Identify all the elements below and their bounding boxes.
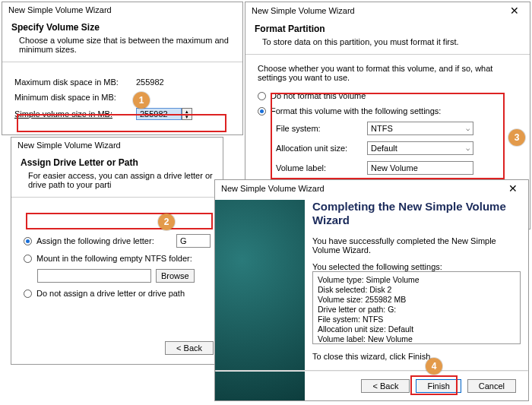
- page-description: For easier access, you can assign a driv…: [28, 171, 214, 189]
- no-assign-radio[interactable]: [24, 290, 32, 298]
- format-radio[interactable]: [258, 107, 266, 115]
- max-disk-label: Maximum disk space in MB:: [14, 78, 136, 87]
- completion-line3: To close this wizard, click Finish.: [312, 352, 521, 361]
- choose-text: Choose whether you want to format this v…: [258, 64, 518, 82]
- page-heading: Assign Drive Letter or Path: [21, 157, 214, 168]
- back-button[interactable]: < Back: [361, 379, 410, 393]
- max-disk-value: 255982: [136, 78, 164, 87]
- completion-line1: You have successfully completed the New …: [312, 236, 521, 255]
- volume-label-label: Volume label:: [276, 163, 367, 172]
- page-description: Choose a volume size that is between the…: [19, 36, 233, 54]
- filesystem-dropdown[interactable]: NTFS⌵: [367, 122, 473, 135]
- no-assign-label: Do not assign a drive letter or drive pa…: [36, 289, 185, 298]
- chevron-down-icon: ⌵: [466, 144, 470, 152]
- window-title: New Simple Volume Wizard: [252, 6, 355, 15]
- volume-size-spinner[interactable]: ▴▾: [182, 108, 192, 120]
- page-description: To store data on this partition, you mus…: [262, 37, 521, 46]
- spinner-down-icon[interactable]: ▾: [182, 114, 192, 119]
- volume-size-input[interactable]: [136, 108, 182, 120]
- close-icon[interactable]: ✕: [505, 5, 524, 16]
- window-title: New Simple Volume Wizard: [8, 5, 112, 14]
- finish-button[interactable]: Finish: [416, 379, 461, 393]
- min-disk-value: 8: [136, 93, 141, 102]
- assign-letter-radio[interactable]: [24, 237, 32, 245]
- page-heading: Specify Volume Size: [11, 22, 233, 33]
- no-format-label: Do not format this volume: [271, 91, 366, 100]
- mount-folder-label: Mount in the following empty NTFS folder…: [36, 254, 192, 263]
- volume-label-input[interactable]: New Volume: [367, 161, 473, 175]
- completion-line2: You selected the following settings:: [312, 262, 521, 271]
- min-disk-label: Minimum disk space in MB:: [14, 93, 136, 102]
- mount-path-input[interactable]: [37, 269, 151, 283]
- window-title: New Simple Volume Wizard: [221, 184, 325, 193]
- cancel-button[interactable]: Cancel: [467, 379, 516, 393]
- browse-button[interactable]: Browse: [156, 269, 195, 283]
- chevron-down-icon: ⌵: [466, 125, 470, 132]
- mount-folder-radio[interactable]: [24, 255, 32, 263]
- format-label: Format this volume with the following se…: [271, 106, 441, 115]
- settings-summary[interactable]: Volume type: Simple VolumeDisk selected:…: [312, 271, 521, 344]
- drive-letter-dropdown[interactable]: G: [176, 234, 211, 248]
- completion-heading: Completing the New Simple Volume Wizard: [312, 200, 521, 227]
- close-icon[interactable]: ✕: [504, 183, 522, 194]
- alloc-size-label: Allocation unit size:: [276, 144, 367, 153]
- volume-size-label: Simple volume size in MB:: [14, 109, 136, 119]
- spinner-up-icon[interactable]: ▴: [182, 109, 192, 114]
- no-format-radio[interactable]: [258, 92, 266, 100]
- alloc-size-dropdown[interactable]: Default⌵: [367, 141, 473, 155]
- window-title: New Simple Volume Wizard: [17, 141, 121, 150]
- back-button[interactable]: < Back: [165, 341, 214, 355]
- filesystem-label: File system:: [276, 124, 367, 133]
- page-heading: Format Partition: [255, 24, 521, 34]
- assign-letter-label: Assign the following drive letter:: [36, 236, 154, 245]
